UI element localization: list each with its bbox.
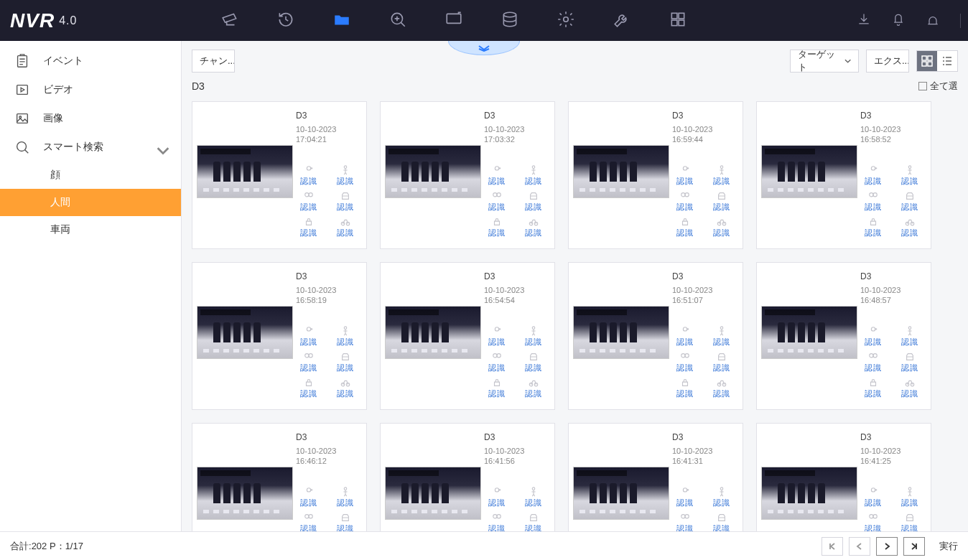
pager-last[interactable] bbox=[903, 537, 925, 556]
svg-point-74 bbox=[497, 515, 501, 518]
card-attributes: 認識認識認識認識認識認識 bbox=[669, 487, 737, 531]
result-card[interactable]: D3 10-10-2023 16:48:57 認識認識認識認識認識認識 bbox=[756, 262, 931, 410]
attribute-cell: 認識 bbox=[857, 326, 888, 347]
card-attributes: 認識認識認識認識認識認識 bbox=[481, 165, 549, 238]
pager-prev[interactable] bbox=[849, 537, 870, 556]
attribute-cell: 認識 bbox=[706, 487, 737, 508]
total-label: 合計:202 P：1/17 bbox=[10, 540, 83, 553]
svg-point-49 bbox=[493, 354, 496, 358]
svg-point-18 bbox=[344, 166, 347, 169]
attribute-cell: 認識 bbox=[293, 165, 324, 187]
pager-next[interactable] bbox=[876, 537, 898, 556]
nav-search-icon[interactable] bbox=[388, 10, 407, 32]
card-time: 16:58:19 bbox=[296, 296, 327, 304]
sidebar-item-video[interactable]: ビデオ bbox=[0, 75, 181, 104]
card-date: 10-10-2023 bbox=[672, 447, 712, 456]
card-thumbnail bbox=[761, 467, 857, 520]
card-attributes: 認識認識認識認識認識認識 bbox=[293, 487, 360, 531]
sidebar-sub-human[interactable]: 人間 bbox=[0, 189, 181, 216]
svg-point-37 bbox=[869, 193, 872, 197]
card-thumbnail bbox=[761, 306, 857, 359]
svg-rect-10 bbox=[17, 114, 28, 123]
nav-camera-icon[interactable] bbox=[220, 10, 239, 32]
footer: 合計:202 P：1/17 実行 bbox=[0, 531, 968, 560]
card-time: 16:58:52 bbox=[860, 135, 891, 144]
result-card[interactable]: D3 10-10-2023 16:59:44 認識認識認識認識認識認識 bbox=[568, 101, 743, 249]
target-dropdown[interactable]: ターゲット bbox=[790, 50, 859, 73]
nav-apps-icon[interactable] bbox=[669, 10, 687, 32]
card-date: 10-10-2023 bbox=[860, 286, 900, 295]
attribute-cell: 認識 bbox=[857, 513, 888, 531]
card-attributes: 認識認識認識認識認識認識 bbox=[481, 326, 549, 399]
pager-first[interactable] bbox=[822, 537, 843, 556]
pager bbox=[822, 537, 925, 556]
svg-point-36 bbox=[908, 166, 911, 169]
attribute-cell: 認識 bbox=[706, 352, 737, 373]
nav-monitor-icon[interactable] bbox=[445, 10, 463, 32]
attribute-cell: 認識 bbox=[857, 217, 888, 238]
attribute-cell: 認識 bbox=[330, 378, 360, 399]
nav-settings-icon[interactable] bbox=[557, 10, 575, 32]
svg-point-44 bbox=[309, 354, 312, 358]
svg-point-30 bbox=[720, 166, 723, 169]
svg-point-42 bbox=[344, 327, 347, 330]
select-all[interactable]: 全て選 bbox=[918, 80, 958, 93]
attribute-cell: 認識 bbox=[330, 487, 360, 508]
svg-rect-13 bbox=[922, 56, 926, 60]
sidebar-item-image[interactable]: 画像 bbox=[0, 104, 181, 133]
svg-rect-15 bbox=[922, 62, 926, 66]
channel-button[interactable]: チャン... bbox=[192, 50, 235, 73]
result-card[interactable]: D3 10-10-2023 16:58:52 認識認識認識認識認識認識 bbox=[756, 101, 931, 249]
result-card[interactable]: D3 10-10-2023 16:54:54 認識認識認識認識認識認識 bbox=[380, 262, 555, 410]
svg-point-71 bbox=[495, 488, 498, 492]
bell-icon[interactable] bbox=[891, 12, 906, 29]
result-card[interactable]: D3 10-10-2023 16:41:56 認識認識認識認識認識認識 bbox=[380, 423, 555, 531]
svg-point-73 bbox=[493, 515, 496, 518]
attribute-cell: 認識 bbox=[518, 352, 549, 373]
attribute-cell: 認識 bbox=[894, 217, 925, 238]
sidebar-sub-face[interactable]: 顔 bbox=[0, 162, 181, 189]
attribute-cell: 認識 bbox=[330, 326, 360, 347]
results-grid: D3 10-10-2023 17:04:21 認識認識認識認識認識認識 D3 1… bbox=[182, 98, 968, 531]
nav-maintenance-icon[interactable] bbox=[613, 10, 631, 32]
result-card[interactable]: D3 10-10-2023 16:58:19 認識認識認識認識認識認識 bbox=[192, 262, 367, 410]
card-time: 16:41:31 bbox=[672, 457, 703, 465]
video-icon bbox=[14, 82, 30, 98]
nav-storage-icon[interactable] bbox=[501, 10, 519, 32]
sidebar-item-smart-search[interactable]: スマート検索 bbox=[0, 133, 181, 162]
result-card[interactable]: D3 10-10-2023 16:41:25 認識認識認識認識認識認識 bbox=[756, 423, 931, 531]
card-camera: D3 bbox=[484, 432, 495, 442]
result-card[interactable]: D3 10-10-2023 16:46:12 認識認識認識認識認識認識 bbox=[192, 423, 367, 531]
svg-point-53 bbox=[683, 327, 687, 331]
attribute-cell: 認識 bbox=[481, 191, 512, 213]
sidebar-sub-vehicle[interactable]: 車両 bbox=[0, 216, 181, 243]
svg-point-2 bbox=[504, 12, 516, 17]
alarm-icon[interactable] bbox=[926, 12, 940, 29]
attribute-cell: 認識 bbox=[669, 191, 700, 213]
grid-view-button[interactable] bbox=[917, 51, 937, 71]
list-view-button[interactable] bbox=[937, 51, 957, 71]
sidebar-item-event[interactable]: イベント bbox=[0, 47, 181, 75]
export-button[interactable]: エクス... bbox=[866, 50, 909, 73]
card-date: 10-10-2023 bbox=[484, 286, 524, 295]
nav-playback-icon[interactable] bbox=[276, 10, 295, 32]
download-icon[interactable] bbox=[857, 12, 871, 29]
svg-point-48 bbox=[532, 327, 535, 330]
svg-point-32 bbox=[685, 193, 689, 197]
app-header: NVR4.0 bbox=[0, 0, 968, 41]
execute-button[interactable]: 実行 bbox=[939, 540, 958, 553]
nav-files-icon[interactable] bbox=[332, 10, 351, 32]
result-card[interactable]: D3 10-10-2023 17:04:21 認識認識認識認識認識認識 bbox=[192, 101, 367, 249]
card-time: 16:48:57 bbox=[860, 296, 891, 304]
attribute-cell: 認識 bbox=[669, 487, 700, 508]
card-thumbnail bbox=[761, 145, 857, 198]
attribute-cell: 認識 bbox=[669, 217, 700, 238]
result-card[interactable]: D3 10-10-2023 16:51:07 認識認識認識認識認識認識 bbox=[568, 262, 743, 410]
card-date: 10-10-2023 bbox=[860, 125, 900, 134]
attribute-cell: 認識 bbox=[857, 378, 888, 399]
svg-point-31 bbox=[681, 193, 684, 197]
result-card[interactable]: D3 10-10-2023 17:03:32 認識認識認識認識認識認識 bbox=[380, 101, 555, 249]
result-card[interactable]: D3 10-10-2023 16:41:31 認識認識認識認識認識認識 bbox=[568, 423, 743, 531]
sidebar-item-label: 画像 bbox=[43, 112, 63, 125]
attribute-cell: 認識 bbox=[293, 326, 324, 347]
